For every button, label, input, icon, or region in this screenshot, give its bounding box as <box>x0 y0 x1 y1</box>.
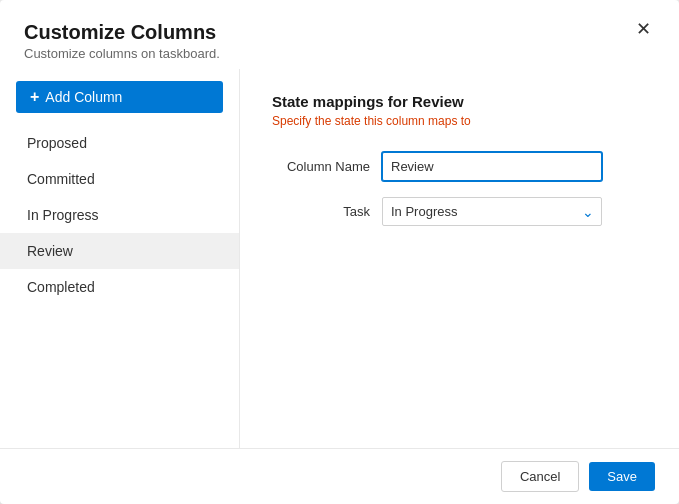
add-column-label: Add Column <box>45 89 122 105</box>
cancel-button[interactable]: Cancel <box>501 461 579 492</box>
column-item-review[interactable]: Review <box>0 233 239 269</box>
column-item-proposed[interactable]: Proposed <box>0 125 239 161</box>
close-icon: ✕ <box>636 19 651 39</box>
column-item-committed[interactable]: Committed <box>0 161 239 197</box>
section-subtitle: Specify the state this column maps to <box>272 114 647 128</box>
column-list: Proposed Committed In Progress Review Co… <box>0 125 239 305</box>
column-item-in-progress[interactable]: In Progress <box>0 197 239 233</box>
dialog-header: Customize Columns Customize columns on t… <box>0 0 679 69</box>
task-select-wrapper: Active Resolved In Progress Closed ⌄ <box>382 197 602 226</box>
save-button[interactable]: Save <box>589 462 655 491</box>
task-select[interactable]: Active Resolved In Progress Closed <box>382 197 602 226</box>
dialog-title: Customize Columns <box>24 20 220 44</box>
close-button[interactable]: ✕ <box>632 18 655 40</box>
section-title: State mappings for Review <box>272 93 647 110</box>
dialog-subtitle: Customize columns on taskboard. <box>24 46 220 61</box>
left-panel: + Add Column Proposed Committed In Progr… <box>0 69 240 448</box>
column-name-label: Column Name <box>272 159 382 174</box>
right-panel: State mappings for Review Specify the st… <box>240 69 679 448</box>
task-row: Task Active Resolved In Progress Closed … <box>272 197 647 226</box>
column-item-completed[interactable]: Completed <box>0 269 239 305</box>
plus-icon: + <box>30 89 39 105</box>
dialog-body: + Add Column Proposed Committed In Progr… <box>0 69 679 448</box>
dialog-footer: Cancel Save <box>0 448 679 504</box>
header-text: Customize Columns Customize columns on t… <box>24 20 220 61</box>
customize-columns-dialog: Customize Columns Customize columns on t… <box>0 0 679 504</box>
column-name-row: Column Name <box>272 152 647 181</box>
add-column-button[interactable]: + Add Column <box>16 81 223 113</box>
task-label: Task <box>272 204 382 219</box>
column-name-input[interactable] <box>382 152 602 181</box>
